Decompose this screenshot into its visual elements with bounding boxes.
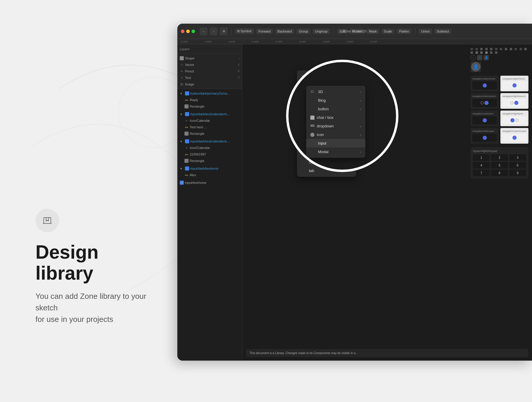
ungroup-btn[interactable]: Ungroup bbox=[313, 29, 330, 34]
circle-inner: 3D 3D › Blog › bbox=[288, 62, 396, 170]
keypad-key-3[interactable]: 3 bbox=[509, 154, 526, 161]
layer-item-date[interactable]: Aa 22/09/1997 bbox=[177, 151, 242, 158]
tool-person: 👤 bbox=[484, 55, 489, 60]
layer-item-input-dark[interactable]: ▼ ⊞ input/dark/text/calender/n... bbox=[177, 111, 242, 117]
back-icon[interactable]: ‹ bbox=[200, 27, 207, 35]
ruler-mark: -4,600 bbox=[227, 40, 251, 43]
ruler-mark: -4,400 bbox=[251, 40, 274, 43]
ruler-mark: -4,200 bbox=[274, 40, 298, 43]
nav-dot-home bbox=[483, 83, 487, 87]
document-title: Zone UI.sketch bbox=[343, 29, 367, 33]
keypad-grid: 1 2 3 4 5 6 7 8 9 bbox=[473, 154, 526, 176]
grid-cell bbox=[471, 48, 473, 50]
left-panel: Design library You can add Zone library … bbox=[0, 0, 160, 402]
shape-icon: ▱ bbox=[180, 56, 184, 60]
ruler-mark: -3,800 bbox=[322, 40, 345, 43]
grid-cell bbox=[476, 51, 478, 54]
rect-layer-icon3: ▭ bbox=[184, 159, 189, 163]
circle-menu-dropdown[interactable]: dropdown › bbox=[306, 122, 365, 130]
forward-nav-icon[interactable]: › bbox=[210, 27, 218, 35]
nav-light-home-card: navigation/light/Home bbox=[500, 76, 528, 91]
avatar-preview: 👤 bbox=[471, 61, 481, 72]
tool-circle: ○ bbox=[471, 55, 476, 60]
menu-item-vector[interactable]: ⬡ Vector V bbox=[177, 61, 242, 68]
layer-type-icon3: ⊞ bbox=[185, 139, 189, 143]
sketch-screenshot: ‹ › ⊕ ⧉ Symbol Forward Backward Group Un… bbox=[177, 24, 532, 361]
mask-btn[interactable]: Mask bbox=[367, 29, 379, 34]
backward-btn[interactable]: Backward bbox=[275, 29, 294, 34]
minimize-button[interactable] bbox=[186, 30, 190, 33]
circle-menu-3d[interactable]: 3D 3D › bbox=[306, 87, 365, 96]
close-button[interactable] bbox=[181, 30, 184, 33]
union-btn[interactable]: Union bbox=[419, 29, 432, 34]
flatten-btn[interactable]: Flatten bbox=[397, 29, 411, 34]
layer-type-icon2: ⊞ bbox=[185, 112, 189, 116]
toolbar-sep-3 bbox=[415, 27, 415, 35]
sketch-toolbar: ‹ › ⊕ ⧉ Symbol Forward Backward Group Un… bbox=[177, 24, 532, 39]
text-layer-icon3: Aa bbox=[184, 152, 189, 156]
ruler-mark: -4,000 bbox=[298, 40, 322, 43]
maximize-button[interactable] bbox=[192, 30, 195, 33]
layer-item-rectangle[interactable]: ▭ Rectangle bbox=[177, 103, 242, 110]
grid-cell bbox=[520, 48, 522, 50]
layer-item-rect2[interactable]: ▭ Rectangle bbox=[177, 130, 242, 137]
keypad-key-5[interactable]: 5 bbox=[491, 162, 508, 168]
ruler-mark: -4,800 bbox=[203, 40, 227, 43]
ruler-mark: -3,600 bbox=[345, 40, 369, 43]
text-layer-icon4: Aa bbox=[184, 173, 189, 177]
keypad-key-1[interactable]: 1 bbox=[473, 154, 490, 161]
insert-symbol-btn[interactable]: ⧉ Symbol bbox=[235, 28, 254, 34]
menu-item-shape[interactable]: ▱ Shape › bbox=[177, 55, 242, 61]
keypad-key-2[interactable]: 2 bbox=[491, 154, 508, 161]
layer-item-text-here[interactable]: Aa Text here ... bbox=[177, 124, 242, 130]
tool-rect: □ bbox=[477, 55, 482, 60]
menu-item-pencil[interactable]: ✎ Pencil P bbox=[177, 68, 242, 74]
circle-person-icon bbox=[310, 133, 314, 137]
grid-cell bbox=[485, 48, 488, 50]
circle-menu-chat[interactable]: chat / box bbox=[306, 113, 365, 122]
keypad-key-6[interactable]: 6 bbox=[509, 162, 526, 168]
insert-icon[interactable]: ⊕ bbox=[220, 27, 228, 35]
window-controls bbox=[181, 30, 195, 33]
circle-menu-modal[interactable]: Modal › bbox=[306, 147, 365, 156]
forward-btn[interactable]: Forward bbox=[256, 29, 273, 34]
grid-cell bbox=[500, 48, 502, 50]
image-icon: ⬛ bbox=[180, 82, 184, 86]
group-btn[interactable]: Group bbox=[296, 29, 310, 34]
layer-item-alex[interactable]: Aa Alex bbox=[177, 172, 242, 178]
circle-menu-icon[interactable]: icon › bbox=[306, 130, 365, 139]
keypad-key-4[interactable]: 4 bbox=[473, 162, 490, 168]
keypad-key-7[interactable]: 7 bbox=[473, 170, 490, 176]
layer-item-icon-cal[interactable]: ⊙ Icon/Calendar bbox=[177, 117, 242, 124]
menu-item-image[interactable]: ⬛ Image bbox=[177, 81, 242, 87]
subtract-btn[interactable]: Subtract bbox=[434, 29, 451, 34]
nav-dark-prev-card: navigation/dark/prev bbox=[471, 111, 499, 126]
layers-panel: Layers ▱ Shape › ⬡ Vector V ✎ bbox=[177, 44, 242, 361]
nav-dark-home-card: navigation/dark/Home bbox=[471, 76, 499, 91]
layer-item-input-none[interactable]: ⊞ input/text/none bbox=[177, 179, 242, 186]
circle-menu-button[interactable]: button › bbox=[306, 105, 365, 113]
grid-cell bbox=[471, 51, 473, 54]
circle-menu-blog[interactable]: Blog › bbox=[306, 96, 365, 105]
keypad-key-8[interactable]: 8 bbox=[491, 170, 508, 176]
ruler-mark: -3,400 bbox=[369, 40, 392, 43]
text-layer-icon: Aa bbox=[184, 98, 189, 102]
search-icon-nav-light bbox=[510, 101, 513, 104]
scale-btn[interactable]: Scale bbox=[382, 29, 395, 34]
layer-item-rect3[interactable]: ▭ Rectangle bbox=[177, 158, 242, 164]
layer-item-reply[interactable]: Aa Reply bbox=[177, 97, 242, 103]
menu-item-text[interactable]: T Text T bbox=[177, 74, 242, 81]
icon-circle bbox=[35, 209, 59, 232]
keypad-card: System/light/Keypad 1 2 3 4 5 6 7 8 9 bbox=[471, 147, 528, 179]
keypad-key-9[interactable]: 9 bbox=[509, 170, 526, 176]
layer-item-icon-cal2[interactable]: ⊙ Icon/Calendar bbox=[177, 145, 242, 151]
layer-item-input-error[interactable]: ▼ ⊞ input/dark/text/error bbox=[177, 165, 242, 172]
layers-header: Layers bbox=[177, 44, 242, 54]
layer-item-input-dark2[interactable]: ▼ ⊞ input/dark/text/calender/e... bbox=[177, 138, 242, 145]
keypad-title: System/light/Keypad bbox=[473, 150, 526, 153]
ruler-marks-container: -5,000 -4,800 -4,600 -4,400 -4,200 -4,00… bbox=[180, 40, 392, 43]
layer-item-button-dark[interactable]: ▼ ⊞ button/dark/primary/2x/no... bbox=[177, 90, 242, 97]
search-icon-nav bbox=[481, 101, 484, 104]
circle-menu-input[interactable]: input bbox=[306, 139, 365, 147]
subtitle: You can add Zone library to your sketch … bbox=[35, 291, 148, 325]
